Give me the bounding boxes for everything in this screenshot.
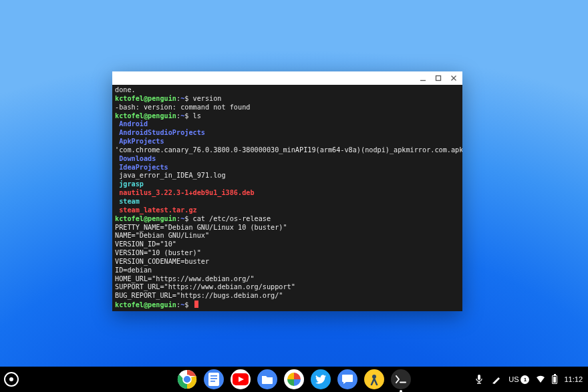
svg-rect-10 <box>210 381 215 382</box>
microphone-icon[interactable] <box>474 374 484 385</box>
terminal-line: nautilus_3.22.3-1+deb9u1_i386.deb <box>115 189 460 198</box>
terminal-line: Android <box>115 120 460 129</box>
close-button[interactable] <box>449 73 458 83</box>
svg-rect-9 <box>210 378 217 379</box>
battery-icon <box>552 375 557 384</box>
app-chrome[interactable] <box>177 369 197 389</box>
terminal-line: BUG_REPORT_URL="https://bugs.debian.org/… <box>115 292 460 301</box>
terminal-line: steam <box>115 198 460 206</box>
terminal-line: kctofel@penguin:~$ ls <box>115 112 460 121</box>
app-messages[interactable] <box>337 369 357 389</box>
svg-rect-8 <box>210 375 217 377</box>
terminal-line: ApkProjects <box>115 138 460 146</box>
clock: 11:12 <box>564 375 583 383</box>
app-youtube[interactable] <box>231 369 251 389</box>
terminal-line: 'com.chrome.canary_76.0.3800.0-380000030… <box>115 146 460 155</box>
app-android-studio[interactable] <box>364 369 384 389</box>
svg-rect-7 <box>208 373 219 386</box>
terminal-line: VERSION_ID="10" <box>115 240 460 249</box>
terminal-line: ID=debian <box>115 266 460 275</box>
terminal-line: done. <box>115 86 460 95</box>
terminal-line: PRETTY_NAME="Debian GNU/Linux 10 (buster… <box>115 224 460 232</box>
shelf: US 1 11:12 <box>0 367 588 392</box>
terminal-line: steam_latest.tar.gz <box>115 206 460 215</box>
stylus-icon[interactable] <box>491 374 502 385</box>
terminal-line: IdeaProjects <box>115 164 460 172</box>
window-titlebar[interactable] <box>112 71 462 85</box>
launcher-button[interactable] <box>4 372 19 387</box>
terminal-line: SUPPORT_URL="https://www.debian.org/supp… <box>115 283 460 292</box>
notification-badge: 1 <box>521 375 529 384</box>
terminal-line: kctofel@penguin:~$ <box>115 301 460 310</box>
terminal-line: kctofel@penguin:~$ cat /etc/os-release <box>115 215 460 224</box>
terminal-line: AndroidStudioProjects <box>115 129 460 138</box>
terminal-line: Downloads <box>115 155 460 164</box>
terminal-line: kctofel@penguin:~$ version <box>115 95 460 104</box>
terminal-line: -bash: version: command not found <box>115 104 460 112</box>
app-terminal[interactable] <box>391 369 411 389</box>
language-label: US <box>508 375 519 383</box>
svg-rect-14 <box>478 375 480 380</box>
terminal-line: HOME_URL="https://www.debian.org/" <box>115 275 460 284</box>
shelf-apps <box>177 369 411 389</box>
cursor <box>194 301 198 308</box>
terminal-line: jgrasp <box>115 180 460 189</box>
terminal-output[interactable]: done.kctofel@penguin:~$ version-bash: ve… <box>112 85 462 311</box>
app-files[interactable] <box>257 369 277 389</box>
app-twitter[interactable] <box>311 369 331 389</box>
minimize-button[interactable] <box>418 73 428 83</box>
svg-rect-1 <box>436 76 441 81</box>
status-area[interactable]: US 1 11:12 <box>474 374 583 385</box>
app-docs[interactable] <box>204 369 224 389</box>
input-method-indicator[interactable]: US 1 <box>508 375 529 384</box>
terminal-line: java_error_in_IDEA_971.log <box>115 172 460 180</box>
terminal-window: done.kctofel@penguin:~$ version-bash: ve… <box>112 71 462 311</box>
terminal-line: NAME="Debian GNU/Linux" <box>115 232 460 240</box>
app-photos[interactable] <box>284 369 304 389</box>
terminal-line: VERSION="10 (buster)" <box>115 249 460 258</box>
wifi-icon <box>536 375 545 383</box>
terminal-line: VERSION_CODENAME=buster <box>115 258 460 266</box>
maximize-button[interactable] <box>434 73 443 83</box>
